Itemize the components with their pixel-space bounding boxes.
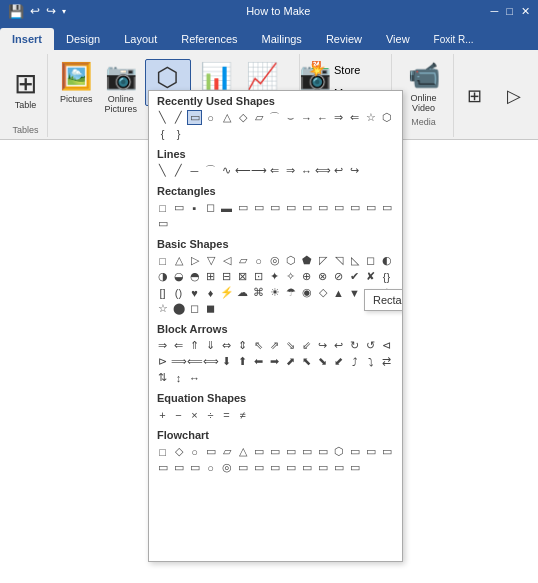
shape-item[interactable]: ⇕ [235, 338, 250, 353]
shape-item[interactable]: = [219, 407, 234, 422]
shape-item[interactable]: [] [155, 285, 170, 300]
shape-item[interactable]: ⟸ [187, 354, 202, 369]
shape-item[interactable]: ▭ [171, 200, 186, 215]
redo-icon[interactable]: ↪ [46, 4, 56, 18]
shape-item[interactable]: {} [379, 269, 394, 284]
shape-item[interactable]: ◻ [363, 253, 378, 268]
shape-item[interactable]: △ [219, 110, 234, 125]
shape-item[interactable]: ↕ [171, 370, 186, 385]
shape-item[interactable]: ⬇ [219, 354, 234, 369]
shape-item[interactable]: ⇑ [187, 338, 202, 353]
shape-item[interactable]: ◑ [155, 269, 170, 284]
shape-item[interactable]: ▭ [235, 460, 250, 475]
shape-item[interactable]: ◎ [219, 460, 234, 475]
shape-item[interactable]: ▭ [187, 460, 202, 475]
shape-item[interactable]: ▭ [171, 460, 186, 475]
shape-item[interactable]: ⊘ [331, 269, 346, 284]
shape-item[interactable]: ▭ [315, 444, 330, 459]
online-pictures-button[interactable]: 📷 OnlinePictures [101, 59, 142, 116]
shape-item[interactable]: ▱ [235, 253, 250, 268]
shape-item[interactable]: ⇐ [171, 338, 186, 353]
shape-item[interactable]: ▭ [155, 460, 170, 475]
shape-item[interactable]: } [171, 126, 186, 141]
shape-item[interactable]: ⇘ [283, 338, 298, 353]
shape-item[interactable]: ◺ [347, 253, 362, 268]
shape-item[interactable]: ○ [251, 253, 266, 268]
shape-item[interactable]: ⇖ [251, 338, 266, 353]
shape-item[interactable]: ⬡ [283, 253, 298, 268]
tab-mailings[interactable]: Mailings [250, 28, 314, 50]
shape-item[interactable]: ⬟ [299, 253, 314, 268]
shape-item[interactable]: ↻ [347, 338, 362, 353]
shape-item[interactable]: ◒ [171, 269, 186, 284]
shape-item[interactable]: ⌣ [283, 110, 298, 125]
shape-item[interactable]: ⬉ [299, 354, 314, 369]
shape-item[interactable]: ▭ [283, 444, 298, 459]
shape-item[interactable]: ♦ [203, 285, 218, 300]
online-video-button[interactable]: 📹 OnlineVideo [404, 56, 444, 115]
shape-item[interactable]: ⌒ [203, 163, 218, 178]
shape-item[interactable]: { [155, 126, 170, 141]
shape-item[interactable]: ▭ [203, 444, 218, 459]
shape-item[interactable]: ◆ [363, 285, 378, 300]
shape-item[interactable]: ▭ [251, 200, 266, 215]
shape-item[interactable]: ╲ [155, 163, 170, 178]
shape-item[interactable]: ⇒ [331, 110, 346, 125]
shape-item[interactable]: ▱ [219, 444, 234, 459]
shape-item[interactable]: ◓ [187, 269, 202, 284]
shape-item[interactable]: ⊡ [251, 269, 266, 284]
shape-item[interactable]: □ [155, 444, 170, 459]
shape-item[interactable]: ▲ [331, 285, 346, 300]
shape-item[interactable]: − [171, 407, 186, 422]
shape-item[interactable]: ♥ [187, 285, 202, 300]
table-button[interactable]: ⊞ Table [8, 68, 44, 112]
shape-item[interactable]: ⇗ [267, 338, 282, 353]
shape-item[interactable]: ⊟ [219, 269, 234, 284]
shape-item[interactable]: ◹ [331, 253, 346, 268]
shape-item[interactable]: ≠ [235, 407, 250, 422]
shape-item[interactable]: ◇ [235, 110, 250, 125]
maximize-button[interactable]: □ [506, 5, 513, 18]
shape-item[interactable]: ◇ [171, 444, 186, 459]
shape-item[interactable]: ⤴ [347, 354, 362, 369]
shape-item[interactable]: ○ [203, 110, 218, 125]
shape-item[interactable]: ▭ [347, 200, 362, 215]
shape-item[interactable]: ⬈ [283, 354, 298, 369]
shape-item[interactable]: □ [155, 200, 170, 215]
shape-item[interactable]: ⌘ [251, 285, 266, 300]
close-button[interactable]: ✕ [521, 5, 530, 18]
shape-item[interactable]: ⊗ [315, 269, 330, 284]
shape-item[interactable]: ▭ [379, 200, 394, 215]
shape-item[interactable]: ◼ [203, 301, 218, 316]
shape-item[interactable]: ⇄ [379, 354, 394, 369]
minimize-button[interactable]: ─ [491, 5, 499, 18]
shape-item[interactable]: ◸ [315, 253, 330, 268]
shape-item[interactable]: → [299, 110, 314, 125]
shape-item[interactable]: ☂ [283, 285, 298, 300]
shape-item[interactable]: ÷ [203, 407, 218, 422]
shape-item[interactable]: ⚡ [219, 285, 234, 300]
shape-item[interactable]: ◇ [315, 285, 330, 300]
tab-design[interactable]: Design [54, 28, 112, 50]
shape-item[interactable]: ◎ [267, 253, 282, 268]
scroll-right-button[interactable]: ▷ [496, 83, 532, 109]
shape-item[interactable]: ▭ [251, 460, 266, 475]
pictures-button[interactable]: 🖼️ Pictures [56, 59, 97, 106]
shape-item[interactable]: ✧ [283, 269, 298, 284]
shape-item[interactable]: ↔ [299, 163, 314, 178]
shape-item[interactable]: ▭ [347, 460, 362, 475]
shape-item[interactable]: ⌒ [267, 110, 282, 125]
shape-item[interactable]: △ [171, 253, 186, 268]
shape-item[interactable]: ✔ [347, 269, 362, 284]
shape-item[interactable]: ▭ [299, 460, 314, 475]
expand-ribbon-button[interactable]: ⊞ [456, 83, 492, 109]
save-icon[interactable]: 💾 [8, 4, 24, 19]
tab-review[interactable]: Review [314, 28, 374, 50]
shape-item[interactable]: ☆ [363, 110, 378, 125]
shapes-panel[interactable]: Recently Used Shapes ╲ ╱ ▭ ○ △ ◇ ▱ ⌒ ⌣ →… [149, 91, 402, 561]
tab-insert[interactable]: Insert [0, 28, 54, 50]
shape-item[interactable]: □ [155, 253, 170, 268]
shape-item[interactable]: ▭ [315, 200, 330, 215]
shape-item[interactable]: ⬊ [315, 354, 330, 369]
shape-item[interactable]: ▭ [299, 444, 314, 459]
